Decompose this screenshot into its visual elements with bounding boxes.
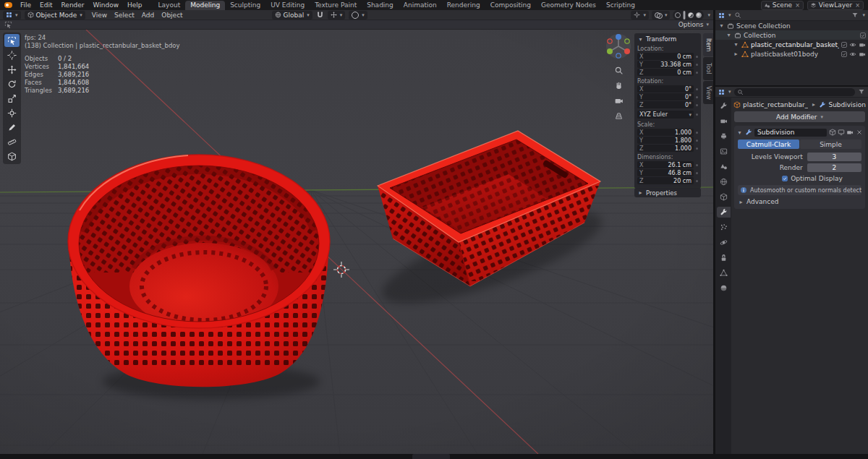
tab-scene[interactable]: [717, 161, 731, 172]
outliner-options-icon[interactable]: ▾: [862, 12, 865, 18]
scale-y-field[interactable]: Y1.800: [637, 137, 694, 144]
decorator-dot[interactable]: [696, 164, 698, 166]
editor-divider[interactable]: [713, 10, 715, 454]
tool-transform[interactable]: [4, 106, 20, 119]
rotation-z-field[interactable]: Z0°: [637, 101, 694, 108]
location-x-field[interactable]: X0 cm: [637, 53, 694, 60]
tab-modeling[interactable]: Modeling: [185, 1, 225, 10]
dimensions-x-field[interactable]: X26.1 cm: [637, 161, 694, 168]
round-basket-object[interactable]: [65, 155, 333, 387]
decorator-dot[interactable]: [696, 56, 698, 58]
perspective-toggle-icon[interactable]: [614, 111, 624, 121]
transform-panel-header[interactable]: ▾ Transform: [637, 35, 698, 43]
hide-eye-icon[interactable]: [849, 41, 856, 48]
menu-file[interactable]: File: [17, 1, 35, 9]
menu-view[interactable]: View: [92, 12, 107, 19]
outliner-row-scene-collection[interactable]: ▾ Scene Collection: [715, 21, 868, 30]
editor-type-button[interactable]: ▾: [3, 11, 21, 20]
levels-viewport-field[interactable]: 3: [807, 153, 861, 161]
expand-icon[interactable]: ▸: [733, 51, 739, 57]
tab-scripting[interactable]: Scripting: [601, 1, 640, 10]
tab-view-layer[interactable]: [717, 146, 731, 157]
decorator-dot[interactable]: [696, 104, 698, 106]
tab-compositing[interactable]: Compositing: [485, 1, 536, 10]
catmull-clark-button[interactable]: Catmull-Clark: [738, 140, 799, 149]
edit-mode-toggle-icon[interactable]: [829, 129, 836, 136]
properties-search[interactable]: [734, 88, 855, 96]
snap-settings-dropdown[interactable]: ▾: [328, 11, 346, 20]
decorator-dot[interactable]: [696, 180, 698, 182]
tool-measure[interactable]: [4, 135, 20, 148]
proportional-edit-dropdown[interactable]: ▾: [349, 11, 367, 20]
optimal-display-checkbox[interactable]: [782, 176, 788, 181]
expand-icon[interactable]: ▾: [733, 41, 739, 48]
decorator-dot[interactable]: [696, 64, 698, 66]
tab-shading[interactable]: Shading: [362, 1, 399, 10]
scene-unlink-icon[interactable]: ×: [794, 2, 801, 9]
sidebar-tab-view[interactable]: View: [703, 81, 713, 104]
search-icon[interactable]: [734, 12, 741, 19]
filter-funnel-icon[interactable]: [858, 88, 865, 95]
tab-geometry-nodes[interactable]: Geometry Nodes: [536, 1, 601, 10]
tool-add-cube[interactable]: [4, 150, 20, 163]
rotation-x-field[interactable]: X0°: [637, 85, 694, 93]
tool-annotate[interactable]: [4, 121, 20, 134]
render-visibility-icon[interactable]: [859, 41, 866, 48]
shading-material-icon[interactable]: [688, 12, 694, 18]
rotation-y-field[interactable]: Y0°: [637, 93, 694, 100]
options-dropdown[interactable]: Options ▾: [678, 21, 709, 28]
orientation-dropdown[interactable]: Global ▾: [272, 11, 312, 20]
hide-eye-icon[interactable]: [849, 51, 856, 58]
tab-tool[interactable]: [717, 100, 731, 111]
close-icon[interactable]: [856, 129, 863, 136]
overlays-dropdown[interactable]: ▾: [652, 11, 671, 20]
menu-add[interactable]: Add: [142, 12, 154, 19]
shading-rendered-icon[interactable]: [696, 12, 702, 18]
decorator-dot[interactable]: [696, 147, 698, 150]
viewlayer-selector[interactable]: ViewLayer ×: [807, 1, 864, 10]
tab-animation[interactable]: Animation: [399, 1, 442, 10]
tab-sculpting[interactable]: Sculpting: [225, 1, 265, 10]
decorator-dot[interactable]: [696, 96, 698, 98]
camera-view-icon[interactable]: [614, 96, 624, 106]
shading-solid-active[interactable]: [683, 11, 686, 20]
expand-icon[interactable]: ▾: [726, 32, 732, 38]
advanced-section[interactable]: ▸ Advanced: [738, 197, 861, 206]
shading-dropdown-icon[interactable]: ▾: [707, 12, 710, 18]
tool-move[interactable]: [4, 63, 20, 76]
menu-object[interactable]: Object: [161, 12, 182, 19]
tab-output[interactable]: [717, 131, 731, 142]
dimensions-y-field[interactable]: Y46.8 cm: [637, 169, 694, 176]
search-input[interactable]: [746, 87, 852, 96]
location-z-field[interactable]: Z0 cm: [637, 69, 694, 76]
tab-object[interactable]: [717, 192, 731, 202]
selectable-checkbox[interactable]: [841, 42, 847, 48]
collapse-icon[interactable]: ▾: [736, 129, 743, 136]
properties-collapsed-panel[interactable]: ▸ Properties: [634, 188, 701, 197]
tab-world[interactable]: [717, 176, 731, 187]
scene-selector[interactable]: Scene ×: [761, 1, 804, 10]
decorator-dot[interactable]: [696, 72, 698, 74]
sidebar-tab-tool[interactable]: Tool: [703, 57, 713, 80]
add-modifier-button[interactable]: Add Modifier ▾: [734, 111, 865, 122]
tab-render[interactable]: [717, 116, 731, 126]
tool-cursor[interactable]: [4, 48, 20, 61]
tab-material[interactable]: [717, 283, 731, 293]
location-y-field[interactable]: Y33.368 cm: [637, 61, 694, 68]
breadcrumb-object[interactable]: plastic_rectanbular_basket_bdoy: [743, 101, 808, 108]
outliner-row-rect-basket[interactable]: ▾ plastic_rectanbular_basket_bdoy: [715, 40, 868, 49]
viewport-3d[interactable]: fps: 24 (138) Collection | plastic_recta…: [0, 30, 713, 454]
tab-uv-editing[interactable]: UV Editing: [265, 1, 310, 10]
collection-checkbox[interactable]: [860, 33, 866, 38]
realtime-toggle-icon[interactable]: [838, 129, 845, 136]
shading-wireframe-icon[interactable]: [675, 12, 681, 18]
decorator-dot[interactable]: [696, 88, 698, 90]
menu-help[interactable]: Help: [124, 1, 146, 9]
decorator-dot[interactable]: [696, 140, 698, 142]
tab-texture-paint[interactable]: Texture Paint: [310, 1, 362, 10]
tab-layout[interactable]: Layout: [153, 1, 186, 10]
zoom-icon[interactable]: [614, 66, 624, 75]
panel-divider[interactable]: [715, 85, 868, 87]
breadcrumb-modifier[interactable]: Subdivision: [828, 101, 866, 108]
selectable-checkbox[interactable]: [841, 51, 847, 57]
